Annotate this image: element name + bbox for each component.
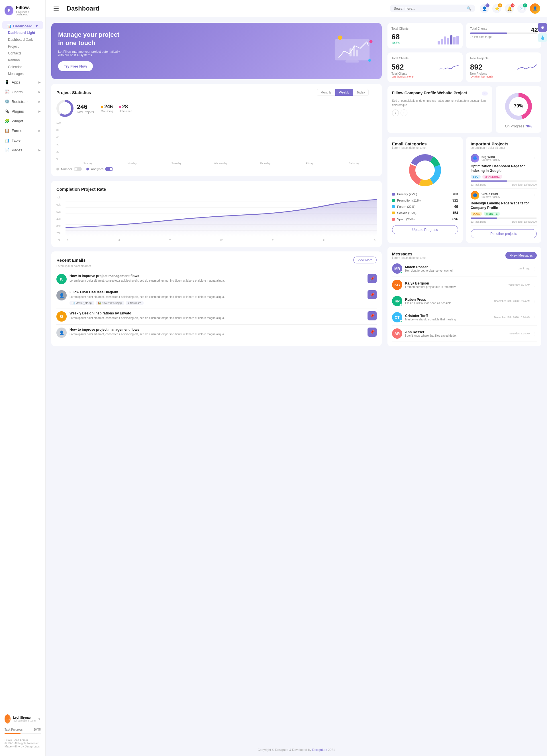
legend-spam-count: 696 xyxy=(452,217,458,221)
sidebar-user-avatar: LS xyxy=(5,714,11,724)
project-agency-2: Creative Agency xyxy=(481,196,500,198)
logo-subtitle: Saas Admin Dashboard xyxy=(16,10,41,16)
progress-value: 42 xyxy=(531,26,538,34)
sidebar-item-dashboard-dark[interactable]: Dashboard Dark xyxy=(0,36,45,43)
sidebar-item-table[interactable]: 📊Table xyxy=(0,135,45,145)
widget-label: Widget xyxy=(12,119,23,123)
messages-title: Messages xyxy=(392,251,426,256)
project-name-2: Circle Hunt xyxy=(481,192,500,196)
sidebar-item-pages[interactable]: 📄Pages ▶ xyxy=(0,145,45,155)
completion-more-icon[interactable]: ⋮ xyxy=(371,186,377,192)
email-legend-list: Primary (27%) 763 Promotion (11%) 321 Fo… xyxy=(392,191,458,222)
project-tags-2: UI/UX WEBSITE xyxy=(471,212,537,216)
email-avatar: G xyxy=(56,311,67,322)
dashboard-icon: 📊 xyxy=(7,24,11,28)
msg-content-2: Kaiya Bergson I remember that project du… xyxy=(405,281,505,288)
more-options-icon[interactable]: ⋮ xyxy=(371,89,377,95)
online-indicator-1 xyxy=(400,271,402,274)
attachment-chip[interactable]: 🖼️ CoverPreview.jpg xyxy=(96,301,124,305)
msg-time-2: Yesterday, 8:24 AM xyxy=(508,283,530,286)
sidebar-item-contacts[interactable]: Contacts xyxy=(0,50,45,57)
tab-monthly[interactable]: Monthly xyxy=(317,89,335,96)
legend-promotion-name: Promotion (11%) xyxy=(397,199,450,202)
email-content: Fillow Final UseCase Diagram Lorem ipsum… xyxy=(70,290,365,305)
sidebar-item-bootstrap[interactable]: ⚙️Bootstrap ▶ xyxy=(0,97,45,106)
sidebar-item-calendar[interactable]: Calendar xyxy=(0,64,45,70)
new-message-button[interactable]: +New Messages xyxy=(505,252,537,259)
completion-rate-title: Completion Project Rate xyxy=(56,187,106,192)
svg-point-4 xyxy=(368,59,371,62)
pin-email-button[interactable]: 📌 xyxy=(367,274,377,283)
sidebar-item-widget[interactable]: 🧩Widget xyxy=(0,116,45,126)
project-more-icon-2[interactable]: ⋮ xyxy=(533,193,537,198)
email-title: How to improve project management flows xyxy=(70,274,365,278)
company-project-badge: 1 xyxy=(482,92,488,95)
wave-chart-2 xyxy=(517,62,537,72)
next-arrow-button[interactable]: › xyxy=(400,109,407,116)
sidebar-logo: F Fillow. Saas Admin Dashboard xyxy=(0,0,45,19)
pin-other-projects-button[interactable]: Pin other projects xyxy=(471,229,537,238)
pin-email-button[interactable]: 📌 xyxy=(367,290,377,299)
sidebar-item-messages[interactable]: Messages xyxy=(0,70,45,77)
footer-text: Copyright © Designed & Developed by xyxy=(258,748,311,751)
project-more-icon-1[interactable]: ⋮ xyxy=(533,156,537,160)
star-notif-icon[interactable]: ⭐12 xyxy=(492,4,501,13)
hero-graphic xyxy=(329,34,375,68)
analytics-toggle[interactable] xyxy=(105,167,113,171)
bell-notif-icon[interactable]: 🔔76 xyxy=(505,4,514,13)
legend-forum-count: 69 xyxy=(454,205,458,209)
total-clients-progress-card: Total Clients 76 left from target 42 ⚙ 💧 xyxy=(466,23,541,48)
number-toggle[interactable] xyxy=(74,167,82,171)
msg-more-icon-1[interactable]: ⋮ xyxy=(533,267,537,271)
completion-y-labels: 70k60k50k40k30k20k10k xyxy=(56,196,61,242)
sidebar-item-charts[interactable]: 📈Charts ▶ xyxy=(0,87,45,97)
email-categories-card: Email Categories Lorem ipsum dolor sit a… xyxy=(387,137,463,243)
bottom-cards-row: Email Categories Lorem ipsum dolor sit a… xyxy=(387,137,541,243)
sidebar-item-dashboard[interactable]: 📊 Dashboard ▼ xyxy=(2,21,43,29)
donut-chart: 70% xyxy=(503,91,534,122)
prev-arrow-button[interactable]: ‹ xyxy=(392,109,399,116)
gear-icon[interactable]: ⚙ xyxy=(538,23,547,32)
email-donut-chart xyxy=(406,152,444,189)
chevron-down-icon: ▼ xyxy=(38,718,41,721)
chart-x-labels: Sunday Monday Tuesday Wednesday Thursday… xyxy=(65,161,377,165)
sidebar-item-apps[interactable]: 📱Apps ▶ xyxy=(0,77,45,87)
msg-preview-4: Maybe we should schedule that meeting xyxy=(405,318,491,321)
msg-more-icon-2[interactable]: ⋮ xyxy=(533,283,537,287)
project-avatar-2: 🔵 xyxy=(471,191,479,200)
email-item: 👤 How to improve project management flow… xyxy=(56,325,377,341)
footer-brand-link[interactable]: DexignLab xyxy=(312,748,327,751)
msg-more-icon-3[interactable]: ⋮ xyxy=(533,299,537,303)
message-item-4: CT Cristofer Torff Maybe we should sched… xyxy=(392,309,537,326)
mail-notif-icon[interactable]: ✉️11 xyxy=(517,4,526,13)
tab-weekly[interactable]: Weekly xyxy=(335,89,353,96)
message-item-5: AR Ann Rosser I don't know where that fi… xyxy=(392,326,537,342)
hamburger-menu[interactable] xyxy=(52,5,60,12)
sidebar-item-forms[interactable]: 📋Forms ▶ xyxy=(0,126,45,135)
tab-today[interactable]: Today xyxy=(353,89,369,96)
pin-email-button[interactable]: 📌 xyxy=(367,328,377,337)
msg-more-icon-5[interactable]: ⋮ xyxy=(533,332,537,336)
view-more-button[interactable]: View More xyxy=(353,257,377,263)
sidebar-item-dashboard-light[interactable]: Dashboard Light xyxy=(0,29,45,36)
chevron-right-icon: ▶ xyxy=(38,90,41,94)
user-avatar[interactable]: 👤 xyxy=(530,3,540,14)
msg-more-icon-4[interactable]: ⋮ xyxy=(533,315,537,320)
water-icon[interactable]: 💧 xyxy=(538,33,547,42)
msg-avatar-wrap-5: AR xyxy=(392,328,402,339)
legend-analytics-label: Analytics xyxy=(91,167,103,171)
sidebar-item-plugins[interactable]: 🔌Plugins ▶ xyxy=(0,106,45,116)
update-progress-button[interactable]: Update Progress xyxy=(392,225,458,234)
attachment-chip[interactable]: 4 files more xyxy=(126,301,144,305)
try-free-button[interactable]: Try Free Now xyxy=(58,61,93,71)
search-input[interactable] xyxy=(394,7,464,11)
completion-x-labels: SMTWTFS xyxy=(66,239,377,242)
email-content: How to improve project management flows … xyxy=(70,328,365,336)
attachment-chip[interactable]: 📄 Master_file.fig xyxy=(70,301,94,305)
email-item: G Weekly Design Inspirations by Envato L… xyxy=(56,308,377,325)
user-notif-icon[interactable]: 👤71 xyxy=(480,4,489,13)
sidebar-item-kanban[interactable]: Kanban xyxy=(0,57,45,64)
pin-email-button[interactable]: 📌 xyxy=(367,311,377,320)
wave-projects-sublabel: New Projects xyxy=(470,72,537,75)
sidebar-item-project[interactable]: Project xyxy=(0,43,45,50)
